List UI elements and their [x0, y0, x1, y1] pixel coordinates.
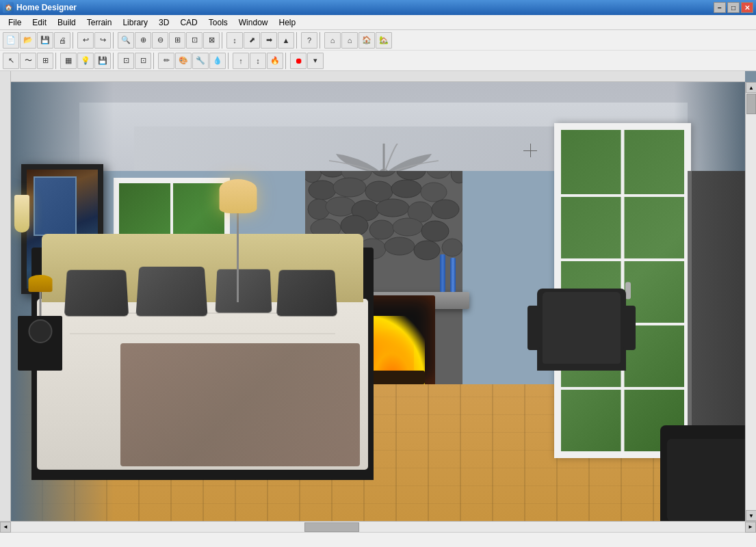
candle-right2 [440, 254, 445, 292]
title-bar-left: 🏠 Home Designer [3, 2, 77, 13]
tb-sep3 [222, 32, 224, 49]
tb2-save2[interactable]: 💾 [94, 53, 111, 69]
tb-select[interactable]: ⊡ [186, 32, 203, 49]
cursor-crosshair [523, 144, 537, 157]
tb-undo[interactable]: ↩ [77, 32, 94, 49]
tb2-light[interactable]: 💡 [77, 53, 94, 69]
svg-point-16 [309, 181, 336, 200]
tb2-arrows[interactable]: ↕ [250, 53, 266, 69]
tb-redo[interactable]: ↪ [94, 32, 111, 49]
tb-save[interactable]: 💾 [37, 32, 53, 49]
tb2-sep4 [228, 53, 231, 69]
tb-fit[interactable]: ⊞ [169, 32, 185, 49]
tb-print[interactable]: 🖨 [54, 32, 70, 49]
tb2-color[interactable]: 🎨 [175, 53, 192, 69]
scroll-right-button[interactable]: ► [745, 522, 756, 533]
candle-right [450, 258, 456, 292]
left-ruler [0, 71, 11, 521]
svg-point-37 [442, 239, 462, 256]
tb-house2[interactable]: ⌂ [341, 32, 358, 49]
clock [28, 319, 52, 343]
scroll-down-button[interactable]: ▼ [746, 510, 756, 521]
tb-sep4 [296, 32, 299, 49]
svg-point-17 [333, 178, 366, 197]
tb-zoom-out[interactable]: ⊖ [152, 32, 168, 49]
toolbar1: 📄 📂 💾 🖨 ↩ ↪ 🔍 ⊕ ⊖ ⊞ ⊡ ⊠ ↕ ⬈ ➡ ▲ ? ⌂ ⌂ 🏠 … [0, 30, 756, 51]
tb-up[interactable]: ↕ [226, 32, 243, 49]
tb-help[interactable]: ? [301, 32, 317, 49]
armchair [537, 289, 626, 371]
pillow-2 [135, 267, 207, 317]
tb-open[interactable]: 📂 [20, 32, 36, 49]
bottom-scrollbar[interactable]: ◄ ► [0, 521, 756, 532]
tb-up2[interactable]: ▲ [278, 32, 294, 49]
menu-bar: File Edit Build Terrain Library 3D CAD T… [0, 15, 756, 30]
menu-library[interactable]: Library [117, 16, 153, 29]
menu-help[interactable]: Help [273, 16, 301, 29]
scroll-left-button[interactable]: ◄ [0, 522, 11, 533]
menu-file[interactable]: File [3, 16, 27, 29]
svg-point-24 [376, 199, 409, 217]
tb2-box2[interactable]: ⊡ [135, 53, 151, 69]
tb2-sep1 [55, 53, 58, 69]
svg-point-20 [421, 183, 447, 202]
menu-edit[interactable]: Edit [27, 16, 52, 29]
title-bar-controls: − □ ✕ [714, 2, 753, 13]
tb-sep2 [113, 32, 116, 49]
maximize-button[interactable]: □ [727, 2, 740, 13]
tb2-select[interactable]: ↖ [3, 53, 19, 69]
tb2-sep2 [113, 53, 116, 69]
scroll-track[interactable] [746, 93, 756, 510]
menu-3d[interactable]: 3D [153, 16, 174, 29]
tb-house4[interactable]: 🏡 [376, 32, 392, 49]
tb-diagonal[interactable]: ⬈ [244, 32, 260, 49]
floor-lamp [237, 213, 239, 302]
tb-house1[interactable]: ⌂ [324, 32, 341, 49]
status-bar [0, 532, 756, 547]
menu-build[interactable]: Build [52, 16, 81, 29]
menu-terrain[interactable]: Terrain [81, 16, 118, 29]
tb-zoom[interactable]: 🔍 [118, 32, 134, 49]
tb2-curve[interactable]: 〜 [20, 53, 36, 69]
tb2-box[interactable]: ⊡ [118, 53, 134, 69]
scroll-up-button[interactable]: ▲ [746, 82, 756, 93]
scroll-thumb[interactable] [746, 94, 756, 114]
tb-right[interactable]: ➡ [261, 32, 277, 49]
svg-point-36 [414, 241, 440, 260]
close-button[interactable]: ✕ [741, 2, 753, 13]
nightstand-left [18, 316, 62, 371]
svg-point-29 [369, 220, 394, 239]
tb-move[interactable]: ⊠ [203, 32, 220, 49]
hscroll-thumb[interactable] [304, 522, 359, 532]
menu-tools[interactable]: Tools [203, 16, 233, 29]
canvas-area[interactable]: ▲ ▼ [11, 71, 756, 521]
minimize-button[interactable]: − [714, 2, 726, 13]
sconce-left-upper [14, 195, 29, 232]
tb2-wall[interactable]: ▦ [60, 53, 77, 69]
tb2-dropdown[interactable]: ▾ [307, 53, 324, 69]
menu-cad[interactable]: CAD [174, 16, 203, 29]
area-rug [120, 343, 360, 466]
pillow-1 [64, 270, 129, 317]
svg-point-31 [421, 221, 449, 241]
menu-window[interactable]: Window [233, 16, 274, 29]
top-ruler [11, 71, 745, 82]
svg-point-28 [341, 215, 368, 236]
main-area: ▲ ▼ [0, 71, 756, 521]
tb2-pen[interactable]: ✏ [158, 53, 174, 69]
hscroll-track[interactable] [11, 522, 745, 532]
tb2-fire[interactable]: 🔥 [267, 53, 283, 69]
right-scrollbar[interactable]: ▲ ▼ [745, 82, 756, 521]
tb-new[interactable]: 📄 [3, 32, 19, 49]
toolbar2: ↖ 〜 ⊞ ▦ 💡 💾 ⊡ ⊡ ✏ 🎨 🔧 💧 ↑ ↕ 🔥 ⏺ ▾ [0, 51, 756, 71]
tb2-record[interactable]: ⏺ [290, 53, 307, 69]
tb2-tool[interactable]: 🔧 [192, 53, 209, 69]
tb2-grid[interactable]: ⊞ [37, 53, 53, 69]
title-bar: 🏠 Home Designer − □ ✕ [0, 0, 756, 15]
tb2-water[interactable]: 💧 [209, 53, 226, 69]
chair-bottom-right [660, 425, 756, 521]
window-title: Home Designer [16, 3, 77, 12]
tb-house3[interactable]: 🏠 [359, 32, 375, 49]
tb2-up[interactable]: ↑ [233, 53, 249, 69]
tb-zoom-in[interactable]: ⊕ [135, 32, 151, 49]
